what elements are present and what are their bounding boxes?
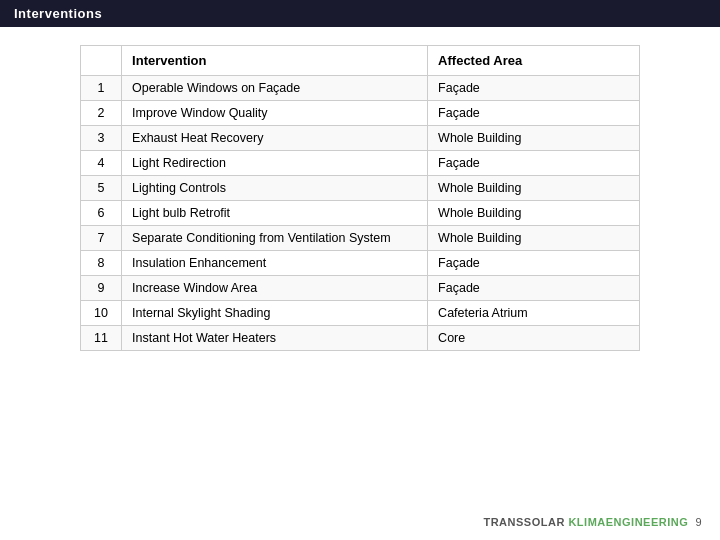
col-header-num <box>81 46 122 76</box>
cell-area: Whole Building <box>428 201 640 226</box>
cell-num: 5 <box>81 176 122 201</box>
cell-num: 8 <box>81 251 122 276</box>
cell-area: Façade <box>428 76 640 101</box>
footer: TRANSSOLAR KLIMAENGINEERING 9 <box>483 516 702 528</box>
cell-area: Whole Building <box>428 176 640 201</box>
cell-area: Façade <box>428 276 640 301</box>
table-row: 10Internal Skylight ShadingCafeteria Atr… <box>81 301 640 326</box>
cell-num: 10 <box>81 301 122 326</box>
brand-transsolar: TRANSSOLAR <box>483 516 564 528</box>
cell-area: Cafeteria Atrium <box>428 301 640 326</box>
cell-intervention: Operable Windows on Façade <box>122 76 428 101</box>
header-title: Interventions <box>14 6 102 21</box>
cell-num: 9 <box>81 276 122 301</box>
cell-num: 3 <box>81 126 122 151</box>
page-number: 9 <box>695 516 702 528</box>
header-bar: Interventions <box>0 0 720 27</box>
cell-area: Core <box>428 326 640 351</box>
cell-intervention: Increase Window Area <box>122 276 428 301</box>
cell-intervention: Internal Skylight Shading <box>122 301 428 326</box>
col-header-intervention: Intervention <box>122 46 428 76</box>
cell-area: Façade <box>428 151 640 176</box>
interventions-table: Intervention Affected Area 1Operable Win… <box>80 45 640 351</box>
table-row: 7Separate Conditioning from Ventilation … <box>81 226 640 251</box>
cell-intervention: Insulation Enhancement <box>122 251 428 276</box>
brand-klimaengineering: KLIMAENGINEERING <box>568 516 688 528</box>
cell-intervention: Instant Hot Water Heaters <box>122 326 428 351</box>
cell-intervention: Exhaust Heat Recovery <box>122 126 428 151</box>
cell-intervention: Light bulb Retrofit <box>122 201 428 226</box>
cell-num: 4 <box>81 151 122 176</box>
cell-area: Façade <box>428 101 640 126</box>
col-header-area: Affected Area <box>428 46 640 76</box>
cell-intervention: Improve Window Quality <box>122 101 428 126</box>
table-row: 11Instant Hot Water HeatersCore <box>81 326 640 351</box>
table-row: 2Improve Window QualityFaçade <box>81 101 640 126</box>
cell-num: 6 <box>81 201 122 226</box>
table-row: 9Increase Window AreaFaçade <box>81 276 640 301</box>
table-row: 1Operable Windows on FaçadeFaçade <box>81 76 640 101</box>
cell-num: 2 <box>81 101 122 126</box>
table-row: 3Exhaust Heat RecoveryWhole Building <box>81 126 640 151</box>
cell-num: 1 <box>81 76 122 101</box>
cell-intervention: Light Redirection <box>122 151 428 176</box>
table-row: 4Light RedirectionFaçade <box>81 151 640 176</box>
cell-area: Whole Building <box>428 126 640 151</box>
table-row: 5Lighting ControlsWhole Building <box>81 176 640 201</box>
table-header-row: Intervention Affected Area <box>81 46 640 76</box>
table-row: 8Insulation EnhancementFaçade <box>81 251 640 276</box>
table-row: 6Light bulb RetrofitWhole Building <box>81 201 640 226</box>
cell-num: 11 <box>81 326 122 351</box>
cell-area: Façade <box>428 251 640 276</box>
main-content: Intervention Affected Area 1Operable Win… <box>0 27 720 361</box>
cell-num: 7 <box>81 226 122 251</box>
cell-intervention: Lighting Controls <box>122 176 428 201</box>
cell-intervention: Separate Conditioning from Ventilation S… <box>122 226 428 251</box>
cell-area: Whole Building <box>428 226 640 251</box>
